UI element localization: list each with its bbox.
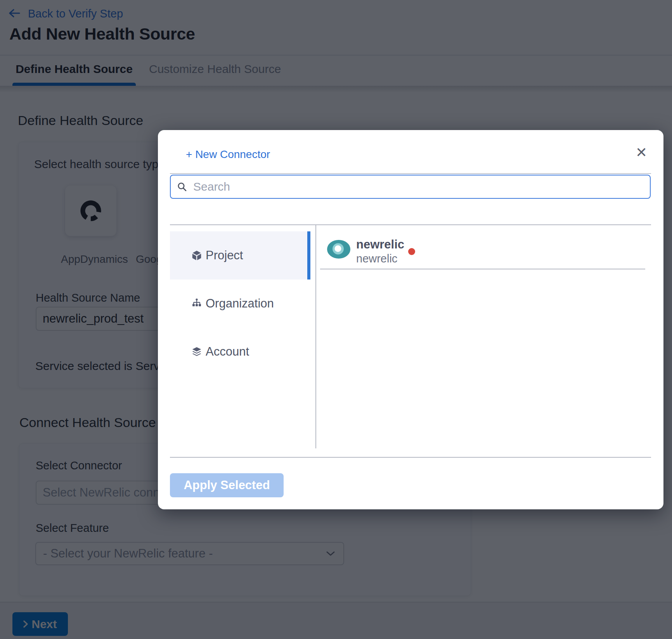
connector-id: newrelic <box>356 252 397 265</box>
scope-label: Account <box>206 345 249 359</box>
connector-name: newrelic <box>356 238 404 252</box>
newrelic-icon <box>327 240 350 259</box>
scope-tab-project[interactable]: Project <box>170 231 310 280</box>
active-scope-bar <box>307 231 310 280</box>
close-icon[interactable]: ✕ <box>632 143 651 162</box>
search-input[interactable] <box>192 176 650 198</box>
search-top-rule <box>170 173 651 174</box>
scope-tab-organization[interactable]: Organization <box>170 280 310 328</box>
list-top-divider <box>170 224 651 225</box>
footer-divider <box>170 457 651 458</box>
search-field[interactable] <box>170 175 651 199</box>
new-connector-link[interactable]: + New Connector <box>186 148 270 161</box>
org-chart-icon <box>191 298 203 309</box>
search-icon <box>177 182 187 192</box>
layers-icon <box>191 346 203 358</box>
scope-label: Organization <box>206 297 274 311</box>
scope-tab-account[interactable]: Account <box>170 328 310 376</box>
scope-label: Project <box>206 248 243 262</box>
connector-status-dot <box>408 248 415 255</box>
cube-icon <box>191 250 203 261</box>
apply-selected-button[interactable]: Apply Selected <box>170 473 284 497</box>
connector-select-modal: + New Connector ✕ Project <box>158 130 663 509</box>
connector-row-divider <box>320 269 645 269</box>
scope-content-divider <box>315 225 316 448</box>
